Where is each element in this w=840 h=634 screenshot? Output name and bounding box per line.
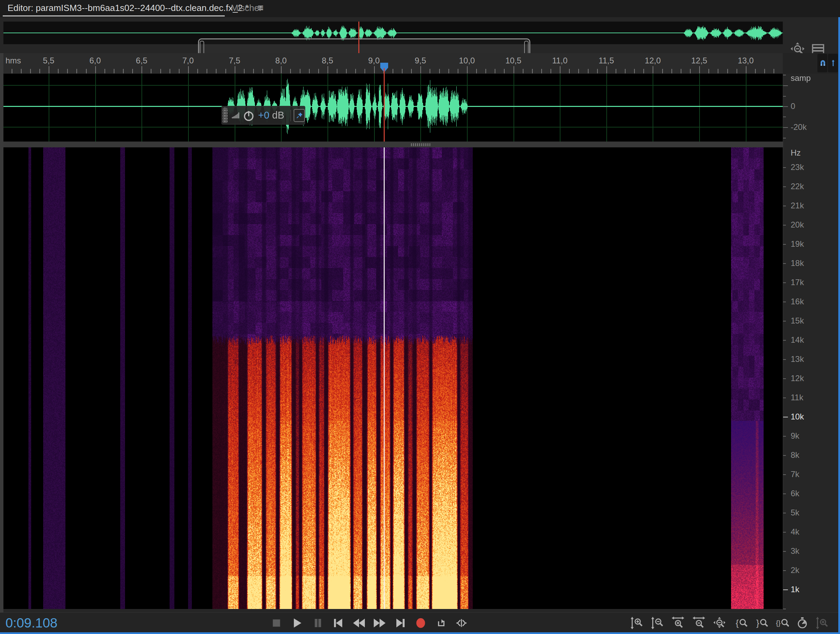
ruler-tick bbox=[495, 69, 495, 73]
hud-drag-handle-icon[interactable] bbox=[223, 108, 227, 123]
ruler-time-label: 6,0 bbox=[89, 56, 101, 65]
gain-value[interactable]: +0 bbox=[258, 110, 269, 121]
scale-tick bbox=[783, 340, 786, 341]
ruler-tick bbox=[485, 69, 486, 73]
play-button[interactable] bbox=[291, 617, 303, 629]
zoom-vertical-alt-button[interactable] bbox=[816, 617, 829, 629]
scale-tick bbox=[783, 282, 786, 283]
tab-editor-label: Editor: paramISM3--bm6aa1s02--24400--dtx… bbox=[8, 3, 249, 13]
zoom-in-horizontal-button[interactable] bbox=[671, 617, 684, 629]
timer-button[interactable] bbox=[796, 617, 809, 629]
zoom-reset-button[interactable] bbox=[713, 617, 726, 629]
ruler-tick bbox=[114, 69, 114, 73]
freq-label-19k: 19k bbox=[791, 240, 804, 248]
panel-tab-bar: Editor: paramISM3--bm6aa1s02--24400--dtx… bbox=[0, 0, 840, 17]
ruler-time-label: 12,0 bbox=[645, 56, 661, 65]
ruler-tick bbox=[207, 69, 207, 73]
scale-tick bbox=[783, 167, 786, 168]
gain-knob-icon[interactable] bbox=[240, 110, 254, 121]
freq-label-14k: 14k bbox=[791, 335, 804, 345]
spectrogram-view-row bbox=[3, 147, 783, 609]
ruler-tick bbox=[448, 69, 449, 73]
scale-tick bbox=[783, 436, 786, 436]
hud-separator bbox=[291, 110, 291, 121]
freq-label-12k: 12k bbox=[791, 374, 804, 383]
hud-pin-button[interactable] bbox=[294, 109, 305, 122]
ruler-tick bbox=[588, 69, 589, 73]
ruler-time-label: 7,5 bbox=[229, 56, 240, 65]
ruler-tick bbox=[560, 66, 561, 73]
view-split-divider[interactable] bbox=[3, 142, 838, 147]
ruler-tick bbox=[151, 69, 152, 73]
time-display[interactable]: 0:09.108 bbox=[5, 615, 58, 631]
zoom-out-point-button[interactable]: } bbox=[756, 617, 769, 629]
ruler-tick bbox=[86, 69, 87, 73]
ruler-tick bbox=[160, 69, 161, 73]
ruler-tick bbox=[226, 69, 226, 73]
zoom-out-horizontal-button[interactable] bbox=[692, 617, 705, 629]
skip-to-end-button[interactable] bbox=[395, 617, 406, 629]
zoom-selection-button[interactable]: {} bbox=[776, 617, 789, 629]
divider-grip-icon[interactable] bbox=[411, 143, 430, 146]
freq-label-11k: 11k bbox=[791, 393, 803, 402]
ruler-time-label: 9,5 bbox=[415, 56, 426, 65]
waveform-view[interactable] bbox=[3, 74, 783, 142]
ruler-tick bbox=[764, 69, 765, 73]
ruler-tick bbox=[523, 69, 523, 73]
record-button[interactable] bbox=[415, 617, 426, 629]
ruler-tick bbox=[709, 69, 709, 73]
amplitude-unit-label: samp bbox=[791, 74, 811, 82]
freq-label-6k: 6k bbox=[791, 489, 799, 498]
timeline-ruler[interactable]: hms 5,56,06,57,07,58,08,59,09,510,010,51… bbox=[3, 53, 783, 74]
loop-button[interactable] bbox=[436, 617, 447, 629]
freq-label-16k: 16k bbox=[791, 297, 804, 306]
tab-mixer[interactable]: Mischer bbox=[231, 0, 262, 16]
ruler-tick bbox=[718, 69, 718, 73]
scale-tick bbox=[783, 532, 786, 533]
amplitude-scale-label: -20k bbox=[791, 123, 807, 131]
freq-label-13k: 13k bbox=[791, 355, 804, 364]
ruler-tick bbox=[300, 69, 300, 73]
spectrogram-view[interactable] bbox=[3, 147, 783, 609]
stop-button[interactable] bbox=[271, 617, 282, 629]
scale-tick bbox=[783, 302, 786, 302]
scale-tick bbox=[783, 321, 786, 321]
freq-label-10k: 10k bbox=[791, 412, 804, 421]
scale-tick bbox=[783, 378, 786, 379]
rewind-button[interactable] bbox=[353, 617, 365, 629]
ruler-tick bbox=[755, 69, 756, 73]
ruler-tick bbox=[504, 69, 505, 73]
scale-tick bbox=[783, 263, 786, 264]
freq-label-9k: 9k bbox=[791, 432, 799, 440]
ruler-tick bbox=[727, 69, 728, 73]
scale-tick bbox=[783, 206, 786, 206]
scale-tick bbox=[783, 106, 788, 107]
fast-forward-button[interactable] bbox=[374, 617, 385, 629]
ruler-tick bbox=[774, 69, 774, 73]
zoom-out-vertical-button[interactable] bbox=[651, 617, 664, 629]
snap-magnet-icon[interactable] bbox=[817, 54, 827, 72]
skip-playhead-button[interactable] bbox=[456, 617, 467, 629]
zoom-in-vertical-button[interactable] bbox=[631, 617, 644, 629]
zoom-in-point-button[interactable]: { bbox=[735, 617, 748, 629]
scale-tick bbox=[783, 590, 788, 590]
freq-label-8k: 8k bbox=[791, 451, 799, 460]
scale-tick bbox=[783, 225, 786, 226]
marker-pin-icon[interactable] bbox=[828, 54, 838, 72]
svg-text:{: { bbox=[736, 618, 739, 628]
ruler-tick bbox=[643, 69, 644, 73]
ruler-tick bbox=[309, 69, 310, 73]
scale-tick bbox=[783, 75, 786, 75]
pause-button[interactable] bbox=[312, 617, 324, 629]
tab-mixer-label: Mischer bbox=[231, 3, 262, 13]
ruler-tick bbox=[170, 69, 170, 73]
ruler-tick bbox=[58, 69, 58, 73]
freq-label-21k: 21k bbox=[791, 201, 804, 210]
ruler-tick bbox=[67, 69, 68, 73]
ruler-tick bbox=[197, 69, 198, 73]
ruler-unit-label: hms bbox=[5, 56, 21, 65]
skip-to-start-button[interactable] bbox=[332, 617, 344, 629]
gain-hud[interactable]: +0 dB bbox=[221, 106, 305, 125]
ruler-tick bbox=[737, 69, 737, 73]
tab-editor[interactable]: Editor: paramISM3--bm6aa1s02--24400--dtx… bbox=[8, 0, 263, 16]
